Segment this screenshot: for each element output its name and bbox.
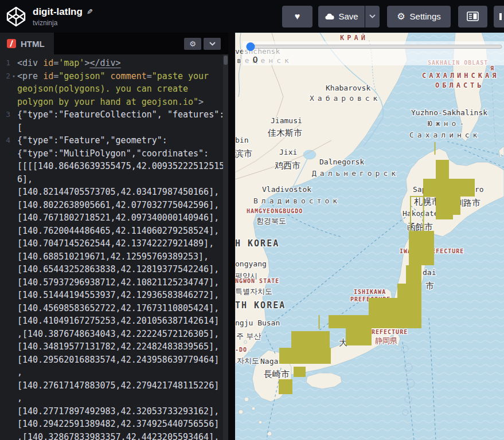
map-label: dai — [423, 268, 436, 277]
code-line[interactable]: 1<div id='map'></div> — [0, 57, 228, 70]
settings-button[interactable]: ⚙ Settings — [387, 6, 451, 28]
map-label: ongyang — [235, 260, 267, 268]
tab-html[interactable]: HTML — [0, 33, 54, 54]
line-number: 2▾ — [0, 70, 17, 109]
geojson-polygon[interactable] — [406, 265, 421, 285]
map-label: Владивосток — [253, 197, 341, 205]
geojson-polygon[interactable] — [291, 331, 330, 348]
map-label: ОБЛАСТЬ — [435, 81, 485, 89]
geojson-polygon[interactable] — [279, 379, 292, 394]
code-text[interactable]: {"type":"Feature","geometry": {"type":"M… — [17, 134, 225, 440]
map-label: 특별자치도 — [235, 287, 272, 296]
map-label: Южно- — [428, 119, 467, 128]
workspace: HTML ⚙ 1<div id='map'></div>2▾<pre id="g… — [0, 33, 504, 440]
geojson-polygon[interactable] — [410, 196, 411, 231]
small-island — [249, 350, 251, 352]
save-split-button: Save — [318, 6, 380, 28]
layout-icon — [467, 11, 479, 21]
map-label: Дальнегорск — [312, 169, 399, 178]
code-line[interactable]: 2▾<pre id="geojson" comment="paste your … — [0, 70, 228, 109]
map-label: bin — [235, 136, 248, 144]
map-label: ngju Busan — [235, 319, 280, 327]
map-canvas[interactable]: КРАЙveshchenskвещенскSAKHALIN OBLASTСАХА… — [235, 33, 504, 440]
map-label: 주 부산 — [236, 332, 261, 340]
map-top-overlay: 0 — [243, 41, 504, 65]
fold-gutter — [10, 134, 17, 440]
geojson-polygon[interactable] — [319, 315, 320, 329]
heart-icon: ♥ — [295, 11, 300, 22]
chevron-down-icon — [209, 42, 216, 46]
save-label: Save — [338, 11, 358, 21]
map-label: Сахалинск — [409, 131, 480, 139]
small-island — [244, 341, 247, 344]
line-number: 1 — [0, 57, 17, 70]
tab-html-label: HTML — [21, 39, 45, 49]
editor-settings-button[interactable]: ⚙ — [184, 38, 201, 50]
gear-icon: ⚙ — [397, 12, 405, 21]
map-label: 長崎市 — [264, 369, 290, 379]
map-label: 佳木斯市 — [267, 128, 302, 138]
save-options-button[interactable] — [365, 6, 380, 28]
html-editor-pane: HTML ⚙ 1<div id='map'></div>2▾<pre id="g… — [0, 33, 228, 440]
settings-label: Settings — [410, 11, 441, 21]
change-view-button[interactable] — [458, 6, 487, 28]
small-island — [259, 421, 262, 424]
geojson-polygon[interactable] — [423, 197, 424, 231]
map-label: Yuzhno-Sakhalinsk — [411, 108, 487, 117]
cloud-icon — [325, 13, 334, 20]
geojson-polygon[interactable] — [423, 179, 475, 197]
code-text[interactable]: <pre id="geojson" comment="paste your ge… — [17, 70, 225, 109]
map-label: Jixi — [279, 148, 297, 156]
slider-thumb[interactable] — [247, 42, 255, 51]
line-number: 4 — [0, 134, 17, 440]
map-label: Vladivostok — [262, 185, 311, 194]
geojson-polygon[interactable] — [346, 328, 372, 345]
code-line[interactable]: 3{"type":"FeatureCollection", "features"… — [0, 108, 228, 134]
pane-resizer[interactable] — [228, 33, 235, 440]
geojson-polygon[interactable] — [435, 142, 436, 155]
fold-gutter — [10, 108, 17, 134]
map-label: NGWON STATE — [235, 278, 279, 284]
fold-caret-icon[interactable]: ▾ — [10, 70, 17, 109]
map-label: Hakodate — [403, 209, 439, 218]
geojson-polygon[interactable] — [436, 160, 449, 179]
gear-icon: ⚙ — [189, 40, 196, 48]
geojson-polygon[interactable] — [279, 348, 331, 364]
geojson-polygon[interactable] — [409, 231, 434, 265]
save-button[interactable]: Save — [318, 6, 365, 28]
geojson-polygon[interactable] — [294, 367, 306, 377]
small-island — [239, 410, 243, 414]
map-label: 滨市 — [235, 148, 252, 159]
map-label: HAMGYEONGBUGDO — [247, 208, 303, 214]
slider-track[interactable] — [247, 45, 502, 49]
like-button[interactable]: ♥ — [282, 6, 312, 28]
editor-collapse-button[interactable] — [204, 38, 221, 50]
code-line[interactable]: 4{"type":"Feature","geometry": {"type":"… — [0, 134, 228, 440]
map-label: 鸡西市 — [275, 160, 300, 171]
code-editor[interactable]: 1<div id='map'></div>2▾<pre id="geojson"… — [0, 54, 228, 440]
geojson-polygon[interactable] — [329, 315, 411, 328]
clipped-icon — [499, 12, 504, 21]
chevron-down-icon — [369, 14, 376, 18]
editor-scrollbar[interactable] — [223, 54, 228, 440]
clipped-header-button[interactable] — [494, 6, 504, 28]
code-text[interactable]: {"type":"FeatureCollection", "features":… — [17, 108, 225, 134]
pen-author[interactable]: tvizninja — [33, 19, 93, 27]
fold-gutter — [10, 57, 17, 70]
map-label: ISHIKAWA — [354, 289, 386, 295]
map-label: 함경북도 — [256, 217, 286, 225]
geojson-polygon[interactable] — [436, 215, 453, 219]
geojson-polygon[interactable] — [436, 197, 460, 215]
edit-title-pencil-icon[interactable]: ✎ — [87, 7, 93, 16]
map-label: 자치도 — [237, 356, 259, 365]
map-label: 静岡県 — [375, 336, 397, 345]
editor-scrollbar-thumb[interactable] — [224, 56, 228, 65]
codepen-logo-icon[interactable] — [5, 6, 27, 28]
header: digit-latlng ✎ tvizninja ♥ Save ⚙ Settin… — [0, 0, 504, 33]
map-label: REFECTURE — [372, 329, 408, 335]
code-text[interactable]: <div id='map'></div> — [17, 57, 225, 70]
map-label: 市 — [425, 281, 434, 291]
map-preview[interactable]: КРАЙveshchenskвещенскSAKHALIN OBLASTСАХА… — [235, 33, 504, 440]
small-island — [244, 397, 249, 402]
map-label: Хабаровск — [310, 94, 381, 103]
